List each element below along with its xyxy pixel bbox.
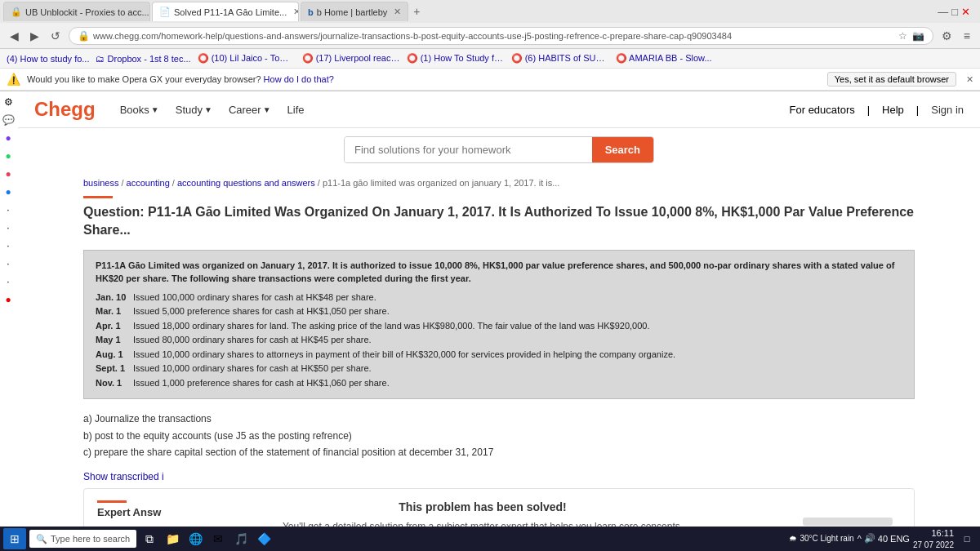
breadcrumb-accounting[interactable]: accounting	[127, 178, 170, 188]
weather-text: 30°C Light rain	[800, 534, 853, 543]
taskbar-music[interactable]: 🎵	[231, 529, 251, 549]
forward-button[interactable]: ▶	[27, 28, 42, 44]
show-transcribed-link[interactable]: Show transcribed i	[83, 468, 164, 486]
start-button[interactable]: ⊞	[3, 528, 26, 549]
weather-icon: 🌧	[789, 534, 797, 543]
minimize-button[interactable]: —	[938, 6, 948, 18]
bookmark-4[interactable]: ⭕ (17) Liverpool react...	[302, 53, 400, 64]
address-bar[interactable]: 🔒 www.chegg.com/homework-help/questions-…	[69, 27, 933, 45]
breadcrumb-accounting-qa[interactable]: accounting questions and answers	[177, 178, 315, 188]
browser-icon: 🌐	[189, 532, 203, 545]
nav-books[interactable]: Books ▼	[120, 104, 159, 116]
table-row: Apr. 1 Issued 18,000 ordinary shares for…	[96, 319, 902, 333]
volume-icon[interactable]: 🔊	[864, 533, 875, 544]
sidebar-icon-dot2[interactable]: ·	[0, 220, 16, 236]
nav-career[interactable]: Career ▼	[229, 104, 271, 116]
bookmark-1[interactable]: (4) How to study fo...	[7, 54, 89, 64]
close-button[interactable]: ✕	[961, 6, 970, 18]
chegg-logo[interactable]: Chegg	[34, 98, 96, 121]
notif-link[interactable]: How do I do that?	[264, 74, 334, 84]
sidebar-icon-dot4[interactable]: ·	[0, 256, 16, 272]
volume-level: 40	[878, 534, 888, 544]
sidebar-icon-red[interactable]: ●	[0, 291, 16, 308]
sidebar-icon-dot3[interactable]: ·	[0, 238, 16, 254]
chegg-search-button[interactable]: Search	[592, 137, 653, 162]
taskbar-file-explorer[interactable]: 📁	[163, 529, 182, 549]
bookmarks-bar: (4) How to study fo... 🗂 Dropbox - 1st 8…	[0, 49, 980, 69]
reload-button[interactable]: ↺	[47, 28, 64, 44]
transactions-list: Jan. 10 Issued 100,000 ordinary shares f…	[96, 291, 902, 390]
sub-question-a: a) Journalize the transactions	[83, 411, 915, 427]
sign-in-link[interactable]: Sign in	[931, 104, 964, 116]
taskbar-search[interactable]: 🔍 Type here to search	[29, 530, 136, 548]
show-desktop-button[interactable]: □	[957, 529, 977, 549]
sidebar-icon-3[interactable]: ●	[0, 130, 16, 146]
language-indicator[interactable]: ENG	[890, 534, 910, 544]
problem-box: P11-1A Gāo Limited was organized on Janu…	[83, 250, 915, 400]
sidebar-icon-dot5[interactable]: ·	[0, 273, 16, 290]
tab-2-close[interactable]: ✕	[293, 7, 299, 17]
chegg-header: Chegg Books ▼ Study ▼ Career ▼ Life For …	[18, 91, 980, 128]
sidebar-icon-4[interactable]: ●	[0, 148, 16, 164]
taskbar-mail[interactable]: ✉	[208, 529, 228, 549]
help-link[interactable]: Help	[882, 104, 904, 116]
taskbar-app[interactable]: 🔷	[254, 529, 274, 549]
bookmark-5[interactable]: ⭕ (1) How To Study fo...	[407, 53, 505, 64]
tab-3-close[interactable]: ✕	[394, 7, 401, 17]
trans-date-6: Sept. 1	[96, 362, 128, 375]
tab-3-label: b Home | bartleby	[317, 7, 388, 17]
expert-answer-label: Expert Answ	[97, 506, 163, 518]
network-icon[interactable]: ^	[858, 534, 862, 544]
trans-date-5: Aug. 1	[96, 348, 128, 362]
sidebar-icon-1[interactable]: ⚙	[0, 94, 16, 110]
sidebar-icon-2[interactable]: 💬	[0, 112, 16, 128]
sidebar-icon-dot1[interactable]: ·	[0, 202, 16, 218]
breadcrumb: business / accounting / accounting quest…	[18, 173, 980, 193]
extensions-button[interactable]: ⚙	[938, 28, 956, 44]
table-row: May 1 Issued 80,000 ordinary shares for …	[96, 333, 902, 347]
new-tab-button[interactable]: +	[410, 5, 423, 18]
show-transcribed-area: Show transcribed i	[83, 469, 915, 483]
for-educators-link[interactable]: For educators	[790, 104, 855, 116]
tab-2[interactable]: 📄 Solved P11-1A Gāo Limite... ✕	[152, 2, 299, 21]
bookmark-2[interactable]: 🗂 Dropbox - 1st 8 tec...	[96, 54, 190, 64]
left-sidebar: ⚙ 💬 ● ● ● ● · · · · · ●	[0, 94, 18, 308]
windows-icon: ⊞	[10, 532, 20, 545]
maximize-button[interactable]: □	[951, 6, 958, 18]
bookmark-icon[interactable]: ☆	[898, 30, 907, 42]
taskbar-clock[interactable]: 16:11 27 07 2022	[913, 527, 954, 549]
notification-text: Would you like to make Opera GX your eve…	[27, 74, 821, 84]
bookmark-3[interactable]: ⭕ (10) Lil Jaico - Toma...	[198, 53, 296, 64]
nav-study[interactable]: Study ▼	[176, 104, 212, 116]
app-icon: 🔷	[257, 532, 271, 545]
chegg-search-container: Search	[344, 136, 654, 163]
bookmark-6[interactable]: ⭕ (6) HABITS of SUCC...	[511, 53, 609, 64]
nav-life[interactable]: Life	[287, 104, 305, 116]
taskbar-task-view[interactable]: ⧉	[140, 529, 159, 549]
back-button[interactable]: ◀	[7, 28, 22, 44]
clock-time: 16:11	[913, 527, 954, 539]
taskbar-browser[interactable]: 🌐	[185, 529, 205, 549]
close-notification-button[interactable]: ✕	[966, 74, 973, 85]
menu-button[interactable]: ≡	[960, 28, 973, 44]
screenshot-icon[interactable]: 📷	[912, 30, 924, 42]
chegg-right-nav: For educators | Help | Sign in	[790, 104, 964, 116]
breadcrumb-current: p11-1a gāo limited was organized on janu…	[323, 178, 559, 188]
sidebar-icon-5[interactable]: ●	[0, 166, 16, 182]
sidebar-icon-6[interactable]: ●	[0, 184, 16, 200]
question-area: Question: P11-1A Gāo Limited Was Organiz…	[18, 193, 980, 551]
trans-desc-4: Issued 80,000 ordinary shares for cash a…	[133, 333, 902, 347]
set-default-browser-button[interactable]: Yes, set it as default browser	[827, 72, 956, 87]
chegg-search-input[interactable]	[345, 137, 592, 162]
tab-3[interactable]: b b Home | bartleby ✕	[301, 2, 408, 21]
bookmark-7[interactable]: ⭕ AMARIA BB - Slow...	[616, 53, 712, 64]
system-tray-icons: ^ 🔊 40 ENG	[858, 533, 910, 544]
tab-1[interactable]: 🔒 UB Unblockit - Proxies to acc... ✕	[3, 2, 150, 21]
sub-question-b: b) post to the equity accounts (use J5 a…	[83, 428, 915, 444]
breadcrumb-business[interactable]: business	[83, 178, 118, 188]
trans-desc-3: Issued 18,000 ordinary shares for land. …	[133, 319, 902, 333]
table-row: Mar. 1 Issued 5,000 preference shares fo…	[96, 304, 902, 318]
trans-date-1: Jan. 10	[96, 291, 128, 304]
question-orange-bar	[83, 196, 113, 198]
trans-desc-2: Issued 5,000 preference shares for cash …	[133, 304, 902, 318]
